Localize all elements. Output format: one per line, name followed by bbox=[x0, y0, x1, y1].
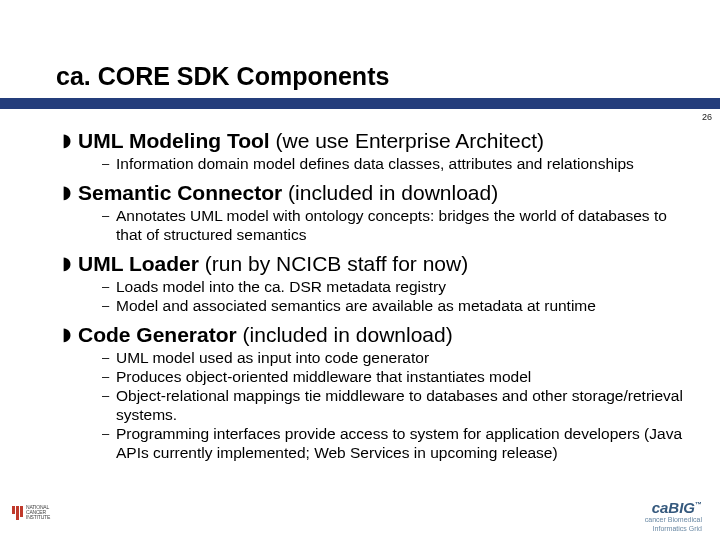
bullet-main: ◗ Semantic Connector (included in downlo… bbox=[62, 180, 690, 205]
nci-text: NATIONALCANCERINSTITUTE bbox=[26, 505, 50, 520]
bullet-sub-text: Produces object-oriented middleware that… bbox=[116, 368, 531, 387]
bullet-sub-text: Loads model into the ca. DSR metadata re… bbox=[116, 278, 446, 297]
bullet-title-rest: (we use Enterprise Architect) bbox=[270, 129, 544, 152]
dash-icon: – bbox=[102, 349, 116, 367]
cabig-logo: caBIG™ cancer Biomedical Informatics Gri… bbox=[645, 500, 702, 534]
dash-icon: – bbox=[102, 278, 116, 296]
cabig-sub2: Informatics Grid bbox=[653, 525, 702, 532]
bullet-sub: – Annotates UML model with ontology conc… bbox=[102, 207, 690, 245]
bullet-title-bold: Semantic Connector bbox=[78, 181, 282, 204]
bullet-sub: – UML model used as input into code gene… bbox=[102, 349, 690, 368]
page-number: 26 bbox=[702, 112, 712, 122]
bullet-sub: – Produces object-oriented middleware th… bbox=[102, 368, 690, 387]
dash-icon: – bbox=[102, 368, 116, 386]
slide: ca. CORE SDK Components 26 ◗ UML Modelin… bbox=[0, 0, 720, 540]
bullet-marker-icon: ◗ bbox=[62, 251, 78, 276]
content-area: ◗ UML Modeling Tool (we use Enterprise A… bbox=[62, 128, 690, 469]
bullet-sub-text: Information domain model defines data cl… bbox=[116, 155, 634, 174]
dash-icon: – bbox=[102, 207, 116, 225]
bullet-title: UML Loader (run by NCICB staff for now) bbox=[78, 251, 468, 276]
tm-icon: ™ bbox=[695, 501, 702, 508]
dash-icon: – bbox=[102, 387, 116, 405]
sub-list: – UML model used as input into code gene… bbox=[62, 349, 690, 462]
bullet-title: UML Modeling Tool (we use Enterprise Arc… bbox=[78, 128, 544, 153]
bullet-sub: – Loads model into the ca. DSR metadata … bbox=[102, 278, 690, 297]
bullet-title-rest: (included in download) bbox=[237, 323, 453, 346]
bullet-sub: – Information domain model defines data … bbox=[102, 155, 690, 174]
cabig-sub1: cancer Biomedical bbox=[645, 516, 702, 523]
sub-list: – Information domain model defines data … bbox=[62, 155, 690, 174]
sub-list: – Loads model into the ca. DSR metadata … bbox=[62, 278, 690, 316]
slide-title: ca. CORE SDK Components bbox=[56, 62, 389, 91]
nci-logo: NATIONALCANCERINSTITUTE bbox=[12, 498, 56, 526]
bullet-sub-text: Object-relational mappings tie middlewar… bbox=[116, 387, 684, 425]
bullet-title-bold: UML Loader bbox=[78, 252, 199, 275]
bullet-title-bold: UML Modeling Tool bbox=[78, 129, 270, 152]
bullet-title-rest: (included in download) bbox=[282, 181, 498, 204]
bullet-title: Code Generator (included in download) bbox=[78, 322, 453, 347]
nci-bars-icon bbox=[12, 506, 23, 520]
bullet-marker-icon: ◗ bbox=[62, 180, 78, 205]
bullet-sub-text: Annotates UML model with ontology concep… bbox=[116, 207, 684, 245]
bullet-marker-icon: ◗ bbox=[62, 128, 78, 153]
bullet-sub: – Model and associated semantics are ava… bbox=[102, 297, 690, 316]
dash-icon: – bbox=[102, 155, 116, 173]
bullet-marker-icon: ◗ bbox=[62, 322, 78, 347]
title-underline bbox=[0, 98, 720, 109]
bullet-sub-text: UML model used as input into code genera… bbox=[116, 349, 429, 368]
bullet-main: ◗ UML Loader (run by NCICB staff for now… bbox=[62, 251, 690, 276]
bullet-main: ◗ UML Modeling Tool (we use Enterprise A… bbox=[62, 128, 690, 153]
bullet-main: ◗ Code Generator (included in download) bbox=[62, 322, 690, 347]
bullet-sub: – Object-relational mappings tie middlew… bbox=[102, 387, 690, 425]
bullet-sub-text: Model and associated semantics are avail… bbox=[116, 297, 596, 316]
bullet-title: Semantic Connector (included in download… bbox=[78, 180, 498, 205]
bullet-sub-text: Programming interfaces provide access to… bbox=[116, 425, 684, 463]
dash-icon: – bbox=[102, 425, 116, 443]
dash-icon: – bbox=[102, 297, 116, 315]
bullet-sub: – Programming interfaces provide access … bbox=[102, 425, 690, 463]
cabig-main: caBIG bbox=[652, 499, 695, 516]
sub-list: – Annotates UML model with ontology conc… bbox=[62, 207, 690, 245]
bullet-title-bold: Code Generator bbox=[78, 323, 237, 346]
bullet-title-rest: (run by NCICB staff for now) bbox=[199, 252, 468, 275]
